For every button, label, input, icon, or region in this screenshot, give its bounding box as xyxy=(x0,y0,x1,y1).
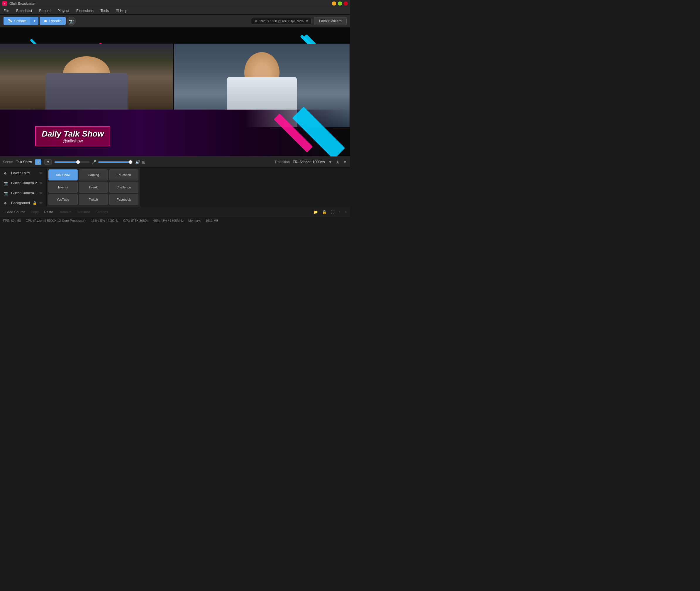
scene-education[interactable]: Education xyxy=(109,169,138,181)
background-lock-icon: 🔒 xyxy=(33,201,37,205)
memory-label: Memory: xyxy=(188,219,201,222)
banner-stripe-cyan xyxy=(292,107,345,156)
guest-cam2-visibility-icon[interactable]: 👁 xyxy=(39,181,43,185)
toolbar-left: 📡 Stream ▼ ⏺ Record 📷 xyxy=(3,17,76,25)
stream-icon: 📡 xyxy=(8,19,12,23)
scene-expand-button[interactable]: ▼ xyxy=(343,159,347,165)
scene-facebook[interactable]: Facebook xyxy=(109,194,138,205)
source-item-background[interactable]: ❖ Background 🔒 👁 xyxy=(0,198,46,208)
stream-dropdown-button[interactable]: ▼ xyxy=(31,17,39,24)
menu-bar: File Broadcast Record Playout Extensions… xyxy=(0,7,350,15)
mixer-icon: ⊞ xyxy=(142,160,145,165)
app-icon: S xyxy=(2,1,7,6)
scene-name: Talk Show xyxy=(16,160,32,164)
guest-cam1-source-name: Guest Camera 1 xyxy=(11,191,37,195)
resolution-info: 🖥 1920 x 1080 @ 60.00 fps, 92% ▼ xyxy=(251,18,312,24)
memory-value: 1611 MB xyxy=(206,219,219,222)
vol-slider-track xyxy=(98,161,133,162)
transition-dropdown-button[interactable]: ▼ xyxy=(328,159,333,165)
mic-slider-thumb[interactable] xyxy=(76,160,80,164)
scene-break[interactable]: Break xyxy=(79,182,108,193)
stream-label: Stream xyxy=(14,19,26,23)
stream-button-group: 📡 Stream ▼ xyxy=(3,17,39,25)
background-source-name: Background xyxy=(11,201,30,205)
scene-events[interactable]: Events xyxy=(48,182,78,193)
volume-icon: 🔊 xyxy=(135,160,140,165)
background-visibility-icon[interactable]: 👁 xyxy=(39,201,43,205)
scene-talk-show[interactable]: Talk Show xyxy=(48,169,78,181)
status-bar: FPS: 60 / 60 CPU (Ryzen 9 5900X 12-Core … xyxy=(0,217,350,223)
title-bar: S XSplit Broadcaster xyxy=(0,0,350,7)
bottom-bar: + Add Source Copy Paste Remove Rename Se… xyxy=(0,207,350,217)
scene-label: Scene xyxy=(3,160,13,164)
fps-display: FPS: 60 / 60 xyxy=(3,219,21,222)
camera-icon: 📷 xyxy=(69,19,74,23)
cpu-value: 13% / 5% / 4.3GHz xyxy=(91,219,118,222)
gpu-value: 46% / 8% / 1800MHz xyxy=(153,219,184,222)
layout-wizard-button[interactable]: Layout Wizard xyxy=(314,17,347,25)
source-items: ❖ Lower Third 👁 📷 Guest Camera 2 👁 📷 Gue… xyxy=(0,168,46,207)
minimize-button[interactable] xyxy=(332,1,336,6)
close-button[interactable] xyxy=(344,1,348,6)
lower-third-visibility-icon[interactable]: 👁 xyxy=(39,171,43,175)
menu-playout[interactable]: Playout xyxy=(56,8,70,13)
toolbar: 📡 Stream ▼ ⏺ Record 📷 🖥 1920 x 1080 @ 60… xyxy=(0,15,350,27)
menu-broadcast[interactable]: Broadcast xyxy=(15,8,33,13)
stream-button[interactable]: 📡 Stream xyxy=(3,17,31,25)
menu-help[interactable]: ☑ Help xyxy=(115,8,128,13)
source-item-guest-camera-1[interactable]: 📷 Guest Camera 1 👁 xyxy=(0,188,46,198)
paste-button[interactable]: Paste xyxy=(42,209,55,215)
resolution-text: 1920 x 1080 @ 60.00 fps, 92% xyxy=(259,19,303,23)
up-icon-button[interactable]: ↑ xyxy=(338,209,342,215)
microphone-icon: 🎤 xyxy=(92,160,97,165)
banner-subtitle: @talkshow xyxy=(42,139,104,143)
menu-tools[interactable]: Tools xyxy=(100,8,110,13)
menu-file[interactable]: File xyxy=(2,8,10,13)
scene-youtube[interactable]: YouTube xyxy=(48,194,78,205)
toolbar-right: 🖥 1920 x 1080 @ 60.00 fps, 92% ▼ Layout … xyxy=(251,17,347,25)
screenshot-button[interactable]: 📷 xyxy=(67,17,76,25)
guest-cam1-source-icon: 📷 xyxy=(3,191,9,195)
preview-area: Daily Talk Show @talkshow xyxy=(0,27,350,156)
remove-button[interactable]: Remove xyxy=(57,209,73,215)
mic-slider-track xyxy=(55,161,90,162)
fullscreen-icon-button[interactable]: ⛶ xyxy=(330,209,336,215)
down-icon-button[interactable]: ↓ xyxy=(344,209,348,215)
menu-record[interactable]: Record xyxy=(38,8,52,13)
record-button[interactable]: ⏺ Record xyxy=(40,17,66,25)
scene-gaming[interactable]: Gaming xyxy=(79,169,108,181)
add-source-button[interactable]: + Add Source xyxy=(2,209,27,215)
copy-button[interactable]: Copy xyxy=(29,209,41,215)
menu-extensions[interactable]: Extensions xyxy=(75,8,95,13)
scene-dropdown-button[interactable]: ▼ xyxy=(44,159,52,165)
lock-icon-button[interactable]: 🔒 xyxy=(321,209,328,215)
gpu-label: GPU (RTX 3080): xyxy=(123,219,149,222)
scene-grid: Talk Show Gaming Education Events Break … xyxy=(46,168,140,207)
settings-button[interactable]: Settings xyxy=(94,209,110,215)
guest-cam2-source-icon: 📷 xyxy=(3,181,9,186)
monitor-icon: 🖥 xyxy=(254,19,257,23)
guest-cam2-source-name: Guest Camera 2 xyxy=(11,181,37,185)
source-list: ❖ Lower Third 👁 📷 Guest Camera 2 👁 📷 Gue… xyxy=(0,168,140,207)
vol-slider-thumb[interactable] xyxy=(129,160,132,164)
scene-twitch[interactable]: Twitch xyxy=(79,194,108,205)
folder-icon-button[interactable]: 📁 xyxy=(312,209,319,215)
banner-title: Daily Talk Show xyxy=(42,129,104,139)
chevron-down-icon: ▼ xyxy=(305,19,308,23)
source-item-lower-third[interactable]: ❖ Lower Third 👁 xyxy=(0,168,46,178)
guest-cam1-visibility-icon[interactable]: 👁 xyxy=(39,191,43,195)
record-icon: ⏺ xyxy=(44,19,48,23)
favorite-button[interactable]: ★ xyxy=(336,159,340,165)
scene-challenge[interactable]: Challenge xyxy=(109,182,138,193)
transition-value: TR_Stinger: 1000ms xyxy=(293,160,325,164)
banner-box: Daily Talk Show @talkshow xyxy=(35,126,110,146)
lower-third-source-icon: ❖ xyxy=(3,171,9,176)
maximize-button[interactable] xyxy=(338,1,342,6)
mic-slider-fill xyxy=(55,161,77,162)
record-label: Record xyxy=(49,19,62,23)
window-controls xyxy=(332,1,348,6)
rename-button[interactable]: Rename xyxy=(75,209,92,215)
source-item-guest-camera-2[interactable]: 📷 Guest Camera 2 👁 xyxy=(0,178,46,188)
scene-number-button[interactable]: 1 xyxy=(35,159,42,165)
vol-slider-fill xyxy=(98,161,130,162)
